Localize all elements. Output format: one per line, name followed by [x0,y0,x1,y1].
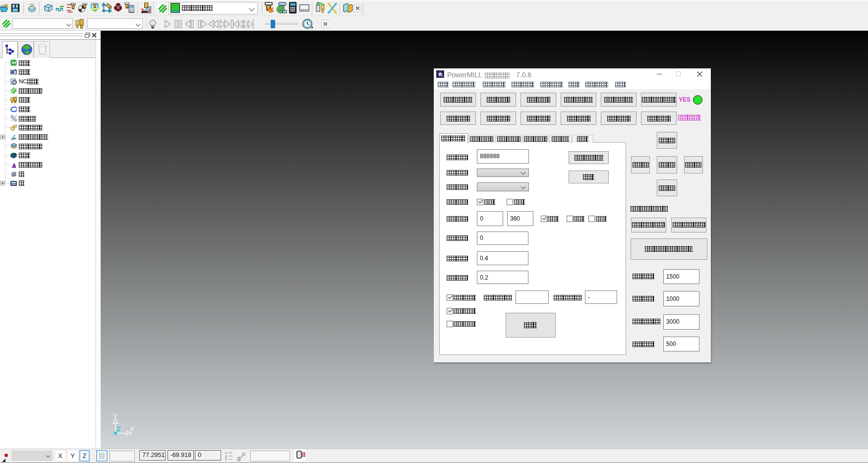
svg-text:Y: Y [113,412,117,420]
svg-text:z: z [225,458,227,461]
svg-text:X: X [130,425,134,433]
svg-text:Z: Z [116,425,120,433]
